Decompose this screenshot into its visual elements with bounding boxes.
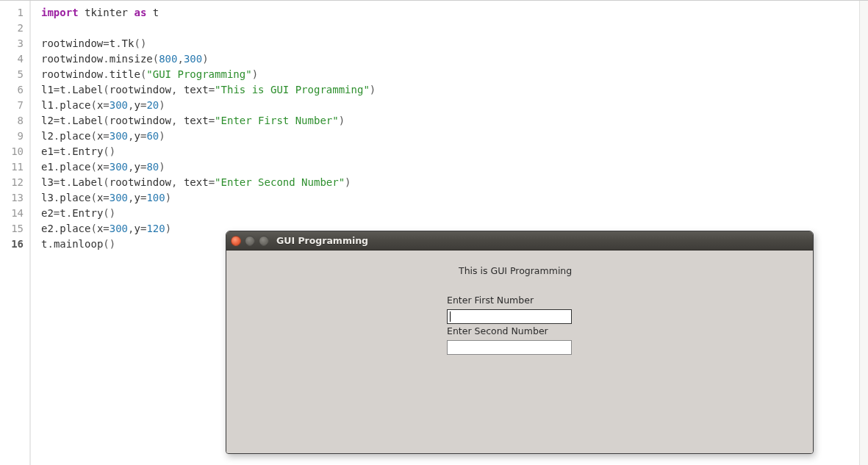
tk-label-second: Enter Second Number bbox=[447, 325, 548, 336]
tk-client-area: This is GUI Programming Enter First Numb… bbox=[226, 250, 813, 453]
line-number: 4 bbox=[0, 51, 29, 67]
code-line[interactable]: e1=t.Entry() bbox=[41, 144, 868, 159]
line-number: 6 bbox=[0, 82, 29, 98]
window-maximize-button[interactable] bbox=[259, 236, 269, 246]
scrollbar-track[interactable] bbox=[859, 1, 868, 465]
code-line[interactable]: e1.place(x=300,y=80) bbox=[41, 159, 868, 175]
line-number: 7 bbox=[0, 98, 29, 113]
tk-label-heading: This is GUI Programming bbox=[459, 265, 572, 276]
tk-entry-first[interactable] bbox=[447, 309, 572, 324]
tk-window[interactable]: GUI Programming This is GUI Programming … bbox=[226, 231, 814, 454]
line-number: 15 bbox=[0, 221, 29, 237]
code-line[interactable]: import tkinter as t bbox=[41, 5, 868, 21]
window-minimize-button[interactable] bbox=[245, 236, 255, 246]
window-close-button[interactable] bbox=[231, 236, 241, 246]
code-line[interactable]: l1=t.Label(rootwindow, text="This is GUI… bbox=[41, 82, 868, 98]
line-number: 12 bbox=[0, 175, 29, 190]
code-line[interactable]: rootwindow.minsize(800,300) bbox=[41, 51, 868, 67]
code-line[interactable]: l1.place(x=300,y=20) bbox=[41, 98, 868, 113]
tk-label-first: Enter First Number bbox=[447, 295, 534, 306]
code-line[interactable]: l3=t.Label(rootwindow, text="Enter Secon… bbox=[41, 175, 868, 190]
code-line[interactable]: e2=t.Entry() bbox=[41, 206, 868, 221]
line-number: 5 bbox=[0, 67, 29, 82]
code-line[interactable]: rootwindow.title("GUI Programming") bbox=[41, 67, 868, 82]
tk-window-title: GUI Programming bbox=[276, 235, 368, 246]
line-number: 13 bbox=[0, 190, 29, 206]
line-number: 16 bbox=[0, 237, 29, 252]
line-number: 10 bbox=[0, 144, 29, 159]
code-line[interactable]: rootwindow=t.Tk() bbox=[41, 36, 868, 51]
line-number: 14 bbox=[0, 206, 29, 221]
tk-titlebar[interactable]: GUI Programming bbox=[226, 231, 813, 250]
line-number: 11 bbox=[0, 159, 29, 175]
line-number: 8 bbox=[0, 113, 29, 129]
code-line[interactable] bbox=[41, 21, 868, 36]
code-line[interactable]: l2.place(x=300,y=60) bbox=[41, 129, 868, 144]
line-number: 3 bbox=[0, 36, 29, 51]
tk-entry-second[interactable] bbox=[447, 340, 572, 355]
line-number: 9 bbox=[0, 129, 29, 144]
line-number: 1 bbox=[0, 5, 29, 21]
line-number: 2 bbox=[0, 21, 29, 36]
line-number-gutter: 12345678910111213141516 bbox=[0, 1, 31, 465]
code-line[interactable]: l3.place(x=300,y=100) bbox=[41, 190, 868, 206]
code-line[interactable]: l2=t.Label(rootwindow, text="Enter First… bbox=[41, 113, 868, 129]
